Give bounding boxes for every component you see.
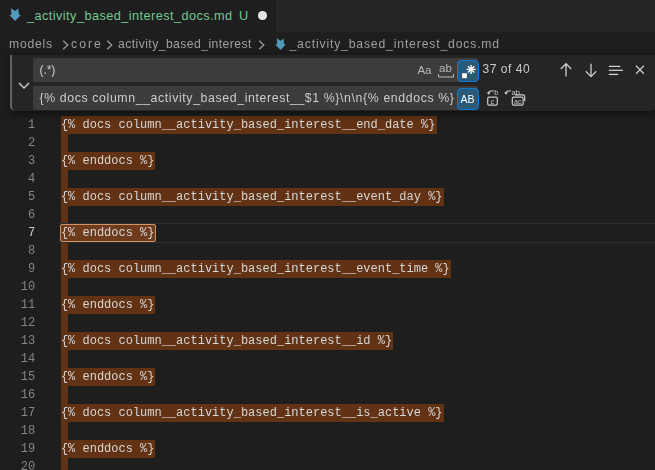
svg-text:ab: ab [512, 88, 520, 97]
svg-text:ac: ac [514, 98, 522, 105]
svg-text:b: b [494, 88, 498, 97]
svg-text:c: c [491, 98, 495, 105]
